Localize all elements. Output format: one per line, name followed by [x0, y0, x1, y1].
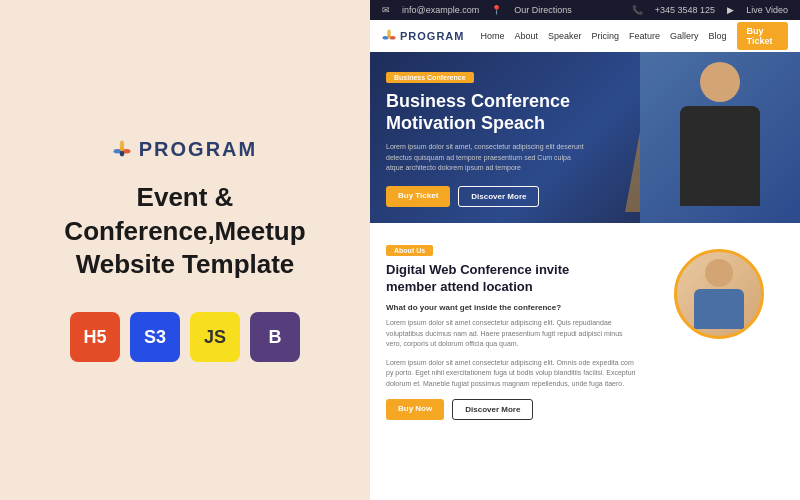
hero-desc: Lorem ipsum dolor sit amet, consectetur …: [386, 142, 586, 174]
left-panel: PROGRAM Event & Conference,Meetup Websit…: [0, 0, 370, 500]
nav-cta-button[interactable]: Buy Ticket: [737, 22, 788, 50]
about-desc2: Lorem ipsum dolor sit amet consectetur a…: [386, 358, 638, 390]
svg-point-4: [120, 147, 125, 152]
avatar-circle: [674, 249, 764, 339]
nav-link-about[interactable]: About: [514, 31, 538, 41]
about-discover-button[interactable]: Discover More: [452, 399, 533, 420]
topbar-location: Our Directions: [514, 5, 572, 15]
person-head: [700, 62, 740, 102]
person-silhouette: [670, 62, 770, 212]
right-panel: ✉ info@example.com 📍 Our Directions 📞 +3…: [370, 0, 800, 500]
nav-link-home[interactable]: Home: [480, 31, 504, 41]
avatar-head: [705, 259, 733, 287]
left-logo-text: PROGRAM: [139, 138, 257, 161]
tech-badges: H5 S3 JS B: [70, 312, 300, 362]
css-badge: S3: [130, 312, 180, 362]
hero-buy-button[interactable]: Buy Ticket: [386, 186, 450, 207]
email-icon: ✉: [382, 5, 390, 15]
about-right: [654, 239, 784, 484]
navbar: PROGRAM Home About Speaker Pricing Featu…: [370, 20, 800, 52]
topbar-live: Live Video: [746, 5, 788, 15]
nav-link-blog[interactable]: Blog: [709, 31, 727, 41]
nav-links: Home About Speaker Pricing Feature Galle…: [480, 22, 788, 50]
nav-logo-icon: [382, 29, 396, 43]
svg-point-8: [387, 34, 391, 38]
topbar-phone: +345 3548 125: [655, 5, 715, 15]
about-section: About Us Digital Web Conference invite m…: [370, 223, 800, 500]
svg-point-3: [120, 151, 125, 157]
about-desc1: Lorem ipsum dolor sit amet consectetur a…: [386, 318, 638, 350]
live-icon: ▶: [727, 5, 734, 15]
hero-person-image: [640, 52, 800, 223]
hero-section: Business Conference Business Conference …: [370, 52, 800, 223]
about-content: About Us Digital Web Conference invite m…: [386, 239, 638, 484]
top-bar: ✉ info@example.com 📍 Our Directions 📞 +3…: [370, 0, 800, 20]
location-icon: 📍: [491, 5, 502, 15]
person-body: [680, 106, 760, 206]
nav-link-feature[interactable]: Feature: [629, 31, 660, 41]
js-badge: JS: [190, 312, 240, 362]
topbar-email: info@example.com: [402, 5, 479, 15]
nav-link-pricing[interactable]: Pricing: [592, 31, 620, 41]
hero-badge: Business Conference: [386, 72, 474, 83]
nav-logo-text: PROGRAM: [400, 30, 464, 42]
about-buttons: Buy Now Discover More: [386, 399, 638, 420]
hero-title: Business Conference Motivation Speach: [386, 91, 586, 134]
phone-icon: 📞: [632, 5, 643, 15]
bootstrap-badge: B: [250, 312, 300, 362]
html-badge: H5: [70, 312, 120, 362]
nav-logo: PROGRAM: [382, 29, 464, 43]
about-badge: About Us: [386, 245, 433, 256]
about-title: Digital Web Conference invite member att…: [386, 262, 586, 296]
top-bar-left: ✉ info@example.com 📍 Our Directions: [382, 5, 572, 15]
nav-link-gallery[interactable]: Gallery: [670, 31, 699, 41]
hero-discover-button[interactable]: Discover More: [458, 186, 539, 207]
about-buy-button[interactable]: Buy Now: [386, 399, 444, 420]
main-title: Event & Conference,Meetup Website Templa…: [40, 181, 330, 282]
avatar-person: [684, 259, 754, 329]
hero-person-bg: [640, 52, 800, 223]
top-bar-right: 📞 +345 3548 125 ▶ Live Video: [632, 5, 788, 15]
about-subtitle: What do your want get inside the confere…: [386, 303, 638, 312]
avatar-body: [694, 289, 744, 329]
fleur-icon: [113, 140, 131, 158]
logo-row: PROGRAM: [113, 138, 257, 161]
nav-link-speaker[interactable]: Speaker: [548, 31, 582, 41]
